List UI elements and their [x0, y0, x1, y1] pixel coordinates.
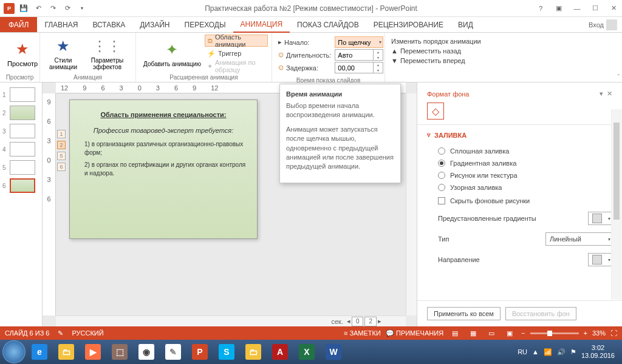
tray-network-icon[interactable]: 📶: [544, 348, 552, 356]
view-slideshow-icon[interactable]: ▣: [503, 328, 516, 338]
tb-word[interactable]: W: [321, 342, 346, 362]
slide-content[interactable]: Область применения специальности: Профес…: [69, 99, 258, 239]
delay-input[interactable]: 00,00▴▾: [335, 62, 383, 73]
pane-scrollbar[interactable]: [611, 109, 622, 300]
scrollbar-horizontal[interactable]: сек. ◂ 0 2 ▸: [56, 315, 406, 326]
tray-clock[interactable]: 3:0213.09.2016: [581, 344, 615, 360]
anim-styles-button[interactable]: ★Стили анимации: [44, 34, 83, 73]
thumb-4[interactable]: 4: [2, 142, 39, 157]
undo-icon[interactable]: ↶: [32, 2, 45, 15]
tb-powerpoint[interactable]: P: [187, 342, 213, 362]
tb-folder[interactable]: 🗀: [241, 342, 266, 362]
pager-prev-icon[interactable]: ◂: [347, 317, 350, 325]
thumb-1[interactable]: 1: [2, 87, 39, 102]
tab-review[interactable]: РЕЦЕНЗИРОВАНИЕ: [366, 17, 451, 32]
radio-picture-fill[interactable]: Рисунок или текстура: [438, 169, 601, 181]
tray-lang[interactable]: RU: [518, 348, 527, 356]
view-sorter-icon[interactable]: ▦: [466, 328, 480, 338]
pager-next-icon[interactable]: ▸: [378, 317, 381, 325]
pager-1[interactable]: 2: [364, 317, 377, 326]
animation-pane-button[interactable]: ⧉Область анимации: [205, 35, 268, 47]
repeat-icon[interactable]: ⟳: [61, 2, 74, 15]
ribbon-options-icon[interactable]: ▣: [550, 1, 567, 16]
tb-acrobat[interactable]: A: [267, 342, 293, 362]
anim-tag-1[interactable]: 1: [57, 130, 66, 138]
language-status[interactable]: РУССКИЙ: [72, 329, 103, 337]
pane-dropdown-icon[interactable]: ▾: [600, 90, 603, 98]
help-icon[interactable]: ?: [532, 1, 549, 16]
view-reading-icon[interactable]: ▭: [485, 328, 498, 338]
start-dropdown[interactable]: По щелчку▾: [335, 36, 383, 48]
preset-dropdown[interactable]: ▾: [588, 212, 612, 225]
tab-view[interactable]: ВИД: [451, 17, 480, 32]
save-icon[interactable]: 💾: [17, 2, 30, 15]
sign-in[interactable]: Вход: [584, 17, 622, 32]
tab-transitions[interactable]: ПЕРЕХОДЫ: [177, 17, 233, 32]
move-forward-button[interactable]: ▼ Переместить вперед: [391, 56, 481, 66]
slide-counter[interactable]: СЛАЙД 6 ИЗ 6: [5, 329, 49, 337]
spinner-icon[interactable]: ▴▾: [373, 62, 383, 73]
spelling-icon[interactable]: ✎: [58, 329, 63, 337]
zoom-in-icon[interactable]: +: [584, 329, 587, 337]
duration-input[interactable]: Авто▴▾: [335, 49, 383, 61]
thumb-5[interactable]: 5: [2, 160, 39, 175]
notes-button[interactable]: ≡ ЗАМЕТКИ: [344, 329, 381, 337]
zoom-level[interactable]: 33%: [592, 329, 606, 337]
thumb-2[interactable]: 2: [2, 106, 39, 120]
radio-solid-fill[interactable]: Сплошная заливка: [438, 145, 601, 157]
pane-close-icon[interactable]: ✕: [607, 90, 612, 98]
tb-excel[interactable]: X: [294, 342, 320, 362]
tab-file[interactable]: ФАЙЛ: [0, 17, 37, 32]
tray-flag-icon[interactable]: ▲: [532, 348, 539, 356]
fill-bucket-icon[interactable]: ◇: [427, 103, 444, 120]
preview-button[interactable]: ★Просмотр: [4, 34, 41, 73]
move-back-button[interactable]: ▲ Переместить назад: [391, 46, 481, 56]
collapse-ribbon-icon[interactable]: ˆ: [618, 74, 620, 81]
close-icon[interactable]: ✕: [605, 1, 622, 16]
fill-section-header[interactable]: ▿ ЗАЛИВКА: [417, 125, 622, 145]
qat-dropdown-icon[interactable]: ▾: [75, 2, 89, 15]
anim-tag-6[interactable]: 6: [57, 163, 66, 171]
hide-bg-checkbox[interactable]: Скрыть фоновые рисунки: [438, 194, 601, 208]
tb-explorer[interactable]: 🗀: [53, 342, 79, 362]
view-normal-icon[interactable]: ▤: [448, 328, 462, 338]
redo-icon[interactable]: ↷: [46, 2, 60, 15]
radio-pattern-fill[interactable]: Узорная заливка: [438, 181, 601, 194]
maximize-icon[interactable]: ☐: [587, 1, 604, 16]
fit-window-icon[interactable]: ⛶: [610, 329, 617, 337]
effect-options-button[interactable]: ⋮⋮Параметры эффектов: [83, 34, 132, 73]
tb-skype[interactable]: S: [214, 342, 239, 362]
tab-slideshow[interactable]: ПОКАЗ СЛАЙДОВ: [290, 17, 366, 32]
trigger-icon: ⚡: [207, 50, 216, 58]
scrollbar-vertical[interactable]: [406, 93, 417, 315]
tb-ie[interactable]: e: [27, 342, 52, 362]
pager-0[interactable]: 0: [352, 317, 364, 326]
spinner-icon[interactable]: ▴▾: [373, 50, 383, 60]
tray-action-icon[interactable]: ⚑: [570, 348, 576, 356]
anim-tag-2[interactable]: 2: [57, 141, 66, 149]
apply-all-button[interactable]: Применить ко всем: [427, 307, 501, 320]
comments-button[interactable]: 💬 ПРИМЕЧАНИЯ: [386, 329, 443, 337]
tb-chrome[interactable]: ◉: [134, 342, 159, 362]
tb-app1[interactable]: ⬚: [107, 342, 132, 362]
direction-dropdown[interactable]: ▾: [588, 253, 612, 266]
app-icon[interactable]: P: [2, 2, 16, 15]
radio-gradient-fill[interactable]: Градиентная заливка: [438, 157, 601, 169]
tab-animation[interactable]: АНИМАЦИЯ: [233, 17, 290, 33]
tb-app2[interactable]: ✎: [160, 342, 186, 362]
thumb-6[interactable]: 6: [2, 178, 39, 193]
tab-insert[interactable]: ВСТАВКА: [85, 17, 132, 32]
trigger-button[interactable]: ⚡Триггер: [205, 47, 268, 59]
type-dropdown[interactable]: Линейный▾: [545, 232, 612, 246]
zoom-out-icon[interactable]: −: [521, 329, 525, 337]
add-animation-button[interactable]: ✦Добавить анимацию: [140, 34, 205, 73]
start-button[interactable]: [2, 340, 26, 363]
tab-design[interactable]: ДИЗАЙН: [132, 17, 177, 32]
tab-home[interactable]: ГЛАВНАЯ: [37, 17, 85, 32]
thumb-3[interactable]: 3: [2, 124, 39, 138]
tb-media[interactable]: ▶: [80, 342, 106, 362]
minimize-icon[interactable]: —: [569, 1, 586, 16]
anim-tag-5[interactable]: 5: [57, 152, 66, 160]
tray-volume-icon[interactable]: 🔊: [557, 348, 566, 356]
zoom-slider[interactable]: [530, 332, 579, 334]
